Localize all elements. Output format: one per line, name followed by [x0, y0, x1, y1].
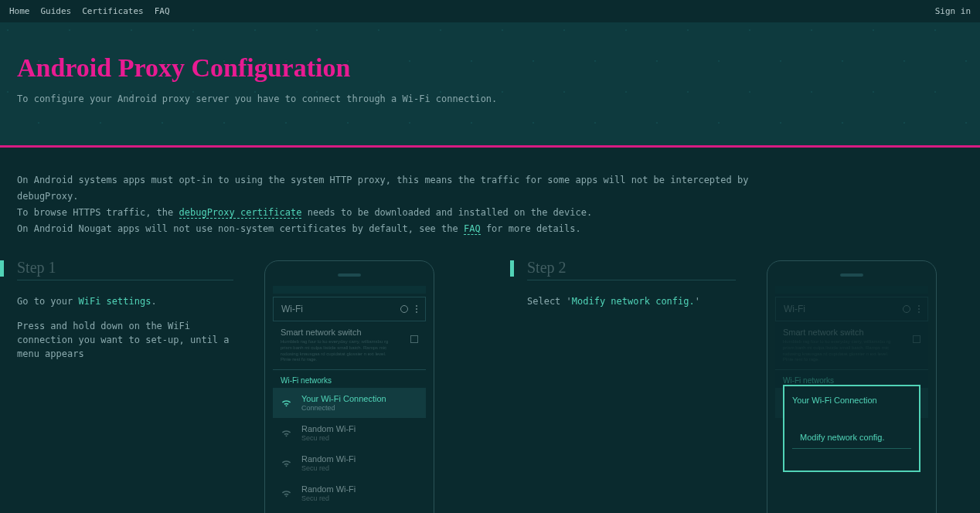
- smart-switch-label: Smart network switch: [783, 328, 891, 337]
- wifi-item: Random Wi-Fi Secu red: [273, 448, 426, 478]
- wifi-header-icons: [903, 305, 920, 313]
- wifi-item: Random Wi-Fi Secu red: [273, 478, 426, 508]
- wifi-item-text: Your Wi-Fi Connection Connected: [301, 394, 386, 412]
- step-2-screenshot: Wi-Fi Smart network switch Humbleb rag f…: [767, 259, 937, 513]
- smart-switch-lorem: Humbleb rag four lo ko everyday carry, w…: [783, 339, 891, 363]
- wifi-header-icons: [400, 305, 417, 313]
- wifi-icon: [281, 397, 292, 409]
- nav-certificates[interactable]: Certificates: [82, 6, 143, 16]
- faq-link[interactable]: FAQ: [464, 223, 481, 235]
- step-1: Step 1 Go to your WiFi settings. Press a…: [17, 259, 233, 513]
- modal-option-faded: [792, 449, 911, 461]
- page-subtitle: To configure your Android proxy server y…: [17, 93, 963, 104]
- step-1-p2: Press and hold down on the WiFi connecti…: [17, 319, 233, 361]
- step-2-body: Select 'Modify network config.': [527, 294, 736, 308]
- wifi-header: Wi-Fi: [775, 297, 928, 321]
- top-nav: Home Guides Certificates FAQ Sign in: [0, 0, 980, 22]
- intro-line-2b: needs to be downloaded and installed on …: [301, 207, 592, 218]
- smart-switch-label: Smart network switch: [281, 328, 389, 337]
- smart-switch-checkbox: [913, 335, 920, 343]
- wifi-item-name: Random Wi-Fi: [301, 454, 356, 464]
- wifi-item-text: Random Wi-Fi Secu red: [301, 484, 356, 502]
- step-1-p1b: .: [151, 296, 156, 307]
- step-2-p1b: ': [695, 296, 700, 307]
- step-2-title: Step 2: [527, 259, 736, 280]
- wifi-item-name: Random Wi-Fi: [301, 424, 356, 433]
- steps-row: Step 1 Go to your WiFi settings. Press a…: [0, 237, 980, 513]
- refresh-icon: [903, 305, 910, 313]
- smart-network-switch: Smart network switch Humbleb rag four lo…: [775, 321, 928, 370]
- step-2: Step 2 Select 'Modify network config.': [527, 259, 736, 513]
- step-1-body: Go to your WiFi settings. Press and hold…: [17, 294, 233, 361]
- wifi-item-sub: Secu red: [301, 464, 356, 472]
- wifi-header: Wi-Fi: [273, 297, 426, 321]
- wifi-header-title: Wi-Fi: [281, 304, 303, 314]
- overflow-icon: [918, 305, 920, 313]
- wifi-icon: [281, 427, 292, 439]
- phone-screen: Wi-Fi Smart network switch Humbleb rag f…: [273, 286, 426, 508]
- step-1-p1a: Go to your: [17, 296, 78, 307]
- modify-config-text: Modify network config.: [572, 296, 695, 307]
- debugproxy-cert-link[interactable]: debugProxy certificate: [179, 207, 302, 219]
- phone-speaker: [338, 273, 361, 277]
- context-menu-modal: Your Wi-Fi Connection Modify network con…: [783, 385, 920, 472]
- phone-frame: Wi-Fi Smart network switch Humbleb rag f…: [264, 260, 434, 513]
- overflow-icon: [416, 305, 417, 313]
- nav-guides[interactable]: Guides: [41, 6, 72, 16]
- intro-line-3a: On Android Nougat apps will not use non-…: [17, 223, 464, 234]
- wifi-item-sub: Secu red: [301, 434, 356, 442]
- wifi-item: Random Wi-Fi Secu red: [273, 418, 426, 448]
- step-1-title: Step 1: [17, 259, 233, 280]
- smart-network-switch: Smart network switch Humbleb rag four lo…: [273, 321, 426, 370]
- nav-sign-in[interactable]: Sign in: [935, 6, 971, 16]
- step-1-p1: Go to your WiFi settings.: [17, 294, 233, 308]
- page-title: Android Proxy Configuration: [17, 53, 963, 83]
- modal-option-modify: Modify network config.: [792, 426, 911, 449]
- wifi-item-text: Random Wi-Fi Secu red: [301, 424, 356, 442]
- status-bar: [775, 286, 928, 294]
- nav-home[interactable]: Home: [9, 6, 30, 16]
- smart-switch-text: Smart network switch Humbleb rag four lo…: [783, 328, 891, 363]
- wifi-item-sub: Connected: [301, 404, 386, 412]
- intro-line-3: On Android Nougat apps will not use non-…: [17, 221, 756, 237]
- wifi-icon: [281, 488, 292, 499]
- intro-line-2a: To browse HTTPS traffic, the: [17, 207, 179, 218]
- step-1-screenshot: Wi-Fi Smart network switch Humbleb rag f…: [264, 259, 434, 513]
- wifi-item-name: Random Wi-Fi: [301, 484, 356, 494]
- wifi-item-sub: Secu red: [301, 494, 356, 502]
- intro-line-1: On Android systems apps must opt-in to u…: [17, 172, 756, 205]
- nav-right: Sign in: [935, 6, 971, 16]
- wifi-item-text: Random Wi-Fi Secu red: [301, 454, 356, 472]
- status-bar: [273, 286, 426, 294]
- phone-speaker: [840, 273, 863, 277]
- wifi-icon: [281, 457, 292, 469]
- modal-title: Your Wi-Fi Connection: [784, 386, 919, 426]
- phone-frame: Wi-Fi Smart network switch Humbleb rag f…: [767, 260, 937, 513]
- intro-line-3b: for more details.: [481, 223, 581, 234]
- wifi-settings-text: WiFi settings: [78, 296, 151, 307]
- intro-line-2: To browse HTTPS traffic, the debugProxy …: [17, 205, 756, 221]
- wifi-item-active: Your Wi-Fi Connection Connected: [273, 388, 426, 418]
- step-2-p1a: Select ': [527, 296, 572, 307]
- step-2-p1: Select 'Modify network config.': [527, 294, 736, 308]
- smart-switch-lorem: Humbleb rag four lo ko everyday carry, w…: [281, 339, 389, 363]
- wifi-header-title: Wi-Fi: [784, 304, 805, 314]
- wifi-item-name: Your Wi-Fi Connection: [301, 394, 386, 403]
- intro-text: On Android systems apps must opt-in to u…: [0, 148, 773, 237]
- smart-switch-text: Smart network switch Humbleb rag four lo…: [281, 328, 389, 363]
- smart-switch-checkbox: [410, 335, 418, 343]
- nav-faq[interactable]: FAQ: [155, 6, 170, 16]
- nav-left: Home Guides Certificates FAQ: [9, 6, 170, 16]
- refresh-icon: [400, 305, 408, 313]
- wifi-networks-label: Wi-Fi networks: [273, 370, 426, 388]
- hero: Android Proxy Configuration To configure…: [0, 22, 980, 148]
